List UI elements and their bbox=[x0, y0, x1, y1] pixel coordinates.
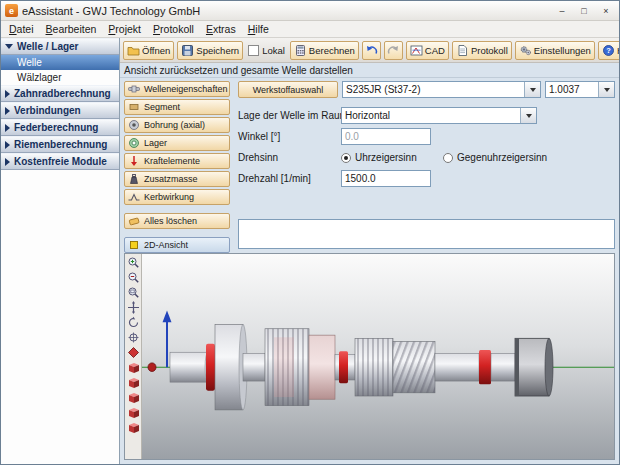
rotation-cw-label: Uhrzeigersinn bbox=[355, 152, 417, 163]
rotation-row: Drehsinn Uhrzeigersinn Gegenuhrzeigersin… bbox=[238, 149, 615, 166]
view-cube-front-icon[interactable] bbox=[127, 361, 140, 374]
work-area: Welleneigenschaften Segment Bohrung (axi… bbox=[120, 78, 619, 464]
cad-button[interactable]: CAD bbox=[406, 41, 449, 60]
protocol-button[interactable]: Protokoll bbox=[452, 41, 512, 60]
axial-bore-button[interactable]: Bohrung (axial) bbox=[124, 117, 230, 133]
clear-all-button[interactable]: Alles löschen bbox=[124, 213, 230, 229]
local-checkbox-label: Lokal bbox=[262, 45, 285, 56]
view-cube-iso-icon[interactable] bbox=[127, 421, 140, 434]
center-icon[interactable] bbox=[127, 331, 140, 344]
undo-button[interactable] bbox=[362, 41, 381, 60]
undo-arrow-icon bbox=[365, 44, 378, 57]
material-combobox[interactable]: S235JR (St37-2) bbox=[342, 81, 541, 98]
segment-button[interactable]: Segment bbox=[124, 99, 230, 115]
sidebar-section-label: Welle / Lager bbox=[17, 41, 79, 52]
angle-label: Winkel [°] bbox=[238, 131, 341, 142]
additional-mass-button[interactable]: Zusatzmasse bbox=[124, 171, 230, 187]
angle-row: Winkel [°] 0.0 bbox=[238, 128, 615, 145]
bore-icon bbox=[128, 119, 140, 131]
notch-icon bbox=[128, 191, 140, 203]
collapsed-triangle-icon bbox=[5, 90, 10, 98]
viewport-toolbar bbox=[125, 254, 142, 459]
collapsed-triangle-icon bbox=[5, 158, 10, 166]
close-button[interactable]: × bbox=[597, 3, 615, 18]
sidebar-section-zahnradberechnung[interactable]: Zahnradberechnung bbox=[1, 85, 119, 102]
redo-button[interactable] bbox=[384, 41, 403, 60]
sidebar-section-label: Zahnradberechnung bbox=[14, 88, 111, 99]
orientation-combobox[interactable]: Horizontal bbox=[341, 107, 537, 124]
rotation-ccw-label: Gegenuhrzeigersinn bbox=[457, 152, 547, 163]
sidebar-filler bbox=[1, 170, 119, 464]
help-button[interactable]: ? Hilfe bbox=[598, 41, 619, 60]
rotation-ccw-option[interactable]: Gegenuhrzeigersinn bbox=[443, 152, 547, 163]
zoom-out-icon[interactable] bbox=[127, 271, 140, 284]
orientation-label: Lage der Welle im Raum bbox=[238, 110, 341, 121]
sidebar-section-label: Riemenberechnung bbox=[14, 139, 107, 150]
window-title: eAssistant - GWJ Technology GmbH bbox=[22, 5, 549, 17]
local-checkbox-group[interactable]: Lokal bbox=[246, 45, 287, 56]
expanded-triangle-icon bbox=[5, 44, 13, 49]
radio-ccw[interactable] bbox=[443, 153, 453, 163]
menu-projekt[interactable]: Projekt bbox=[102, 22, 147, 36]
angle-input[interactable]: 0.0 bbox=[341, 128, 431, 145]
help-icon: ? bbox=[602, 44, 615, 57]
sidebar-section-federberechnung[interactable]: Federberechnung bbox=[1, 119, 119, 136]
menu-protokoll[interactable]: Protokoll bbox=[147, 22, 200, 36]
open-button[interactable]: Öffnen bbox=[123, 41, 174, 60]
collapsed-triangle-icon bbox=[5, 124, 10, 132]
view-cube-right-icon[interactable] bbox=[127, 406, 140, 419]
view-cube-left-icon[interactable] bbox=[127, 391, 140, 404]
chevron-down-icon[interactable] bbox=[524, 82, 540, 97]
titlebar[interactable]: e eAssistant - GWJ Technology GmbH – □ × bbox=[1, 1, 619, 21]
bearing-button[interactable]: Lager bbox=[124, 135, 230, 151]
sidebar-section-verbindungen[interactable]: Verbindungen bbox=[1, 102, 119, 119]
sidebar-item-waelzlager[interactable]: Wälzlager bbox=[1, 70, 119, 85]
rotation-cw-option[interactable]: Uhrzeigersinn bbox=[341, 152, 443, 163]
menu-bearbeiten[interactable]: Bearbeiten bbox=[40, 22, 103, 36]
hint-bar: Ansicht zurücksetzen und gesamte Welle d… bbox=[120, 63, 619, 78]
zoom-in-icon[interactable] bbox=[127, 256, 140, 269]
chevron-down-icon[interactable] bbox=[598, 82, 614, 97]
zoom-window-icon[interactable] bbox=[127, 286, 140, 299]
local-checkbox[interactable] bbox=[248, 45, 259, 56]
calculate-button[interactable]: Berechnen bbox=[290, 41, 359, 60]
chevron-down-icon[interactable] bbox=[520, 108, 536, 123]
view-cube-back-icon[interactable] bbox=[127, 376, 140, 389]
sidebar-item-welle[interactable]: Welle bbox=[1, 55, 119, 70]
main-toolbar: Öffnen Speichern Lokal Berechnen bbox=[120, 38, 619, 63]
rotate-icon[interactable] bbox=[127, 316, 140, 329]
menu-extras[interactable]: Extras bbox=[200, 22, 242, 36]
minimize-button[interactable]: – bbox=[553, 3, 571, 18]
force-elements-button[interactable]: Kraftelemente bbox=[124, 153, 230, 169]
speed-input[interactable]: 1500.0 bbox=[341, 170, 431, 187]
content-area: Öffnen Speichern Lokal Berechnen bbox=[120, 38, 619, 464]
pan-icon[interactable] bbox=[127, 301, 140, 314]
gears-icon bbox=[519, 44, 532, 57]
force-arrow-icon bbox=[128, 155, 140, 167]
maximize-button[interactable]: □ bbox=[575, 3, 593, 18]
menu-hilfe[interactable]: Hilfe bbox=[242, 22, 275, 36]
redo-arrow-icon bbox=[387, 44, 400, 57]
rotation-label: Drehsinn bbox=[238, 152, 341, 163]
viewport-3d bbox=[124, 253, 615, 460]
radio-cw[interactable] bbox=[341, 153, 351, 163]
shaft-3d-render bbox=[142, 254, 614, 459]
notch-effect-button[interactable]: Kerbwirkung bbox=[124, 189, 230, 205]
tool-button-column: Welleneigenschaften Segment Bohrung (axi… bbox=[124, 81, 230, 249]
sidebar-section-kostenfreie-module[interactable]: Kostenfreie Module bbox=[1, 153, 119, 170]
main-area: Welle / Lager Welle Wälzlager Zahnradber… bbox=[1, 38, 619, 464]
shaft-properties-button[interactable]: Welleneigenschaften bbox=[124, 81, 230, 97]
material-number-combobox[interactable]: 1.0037 bbox=[545, 81, 615, 98]
view-2d-button[interactable]: 2D-Ansicht bbox=[124, 237, 230, 253]
collapsed-triangle-icon bbox=[5, 107, 10, 115]
perspective-icon[interactable] bbox=[127, 346, 140, 359]
material-select-button[interactable]: Werkstoffauswahl bbox=[238, 81, 338, 98]
shaft-form-zone: Welleneigenschaften Segment Bohrung (axi… bbox=[124, 81, 615, 249]
sidebar-section-riemenberechnung[interactable]: Riemenberechnung bbox=[1, 136, 119, 153]
shaft-3d-canvas[interactable] bbox=[142, 254, 614, 459]
sidebar-section-welle-lager[interactable]: Welle / Lager bbox=[1, 38, 119, 55]
message-area[interactable] bbox=[238, 219, 615, 249]
save-button[interactable]: Speichern bbox=[177, 41, 243, 60]
settings-button[interactable]: Einstellungen bbox=[515, 41, 595, 60]
menu-datei[interactable]: Datei bbox=[3, 22, 40, 36]
